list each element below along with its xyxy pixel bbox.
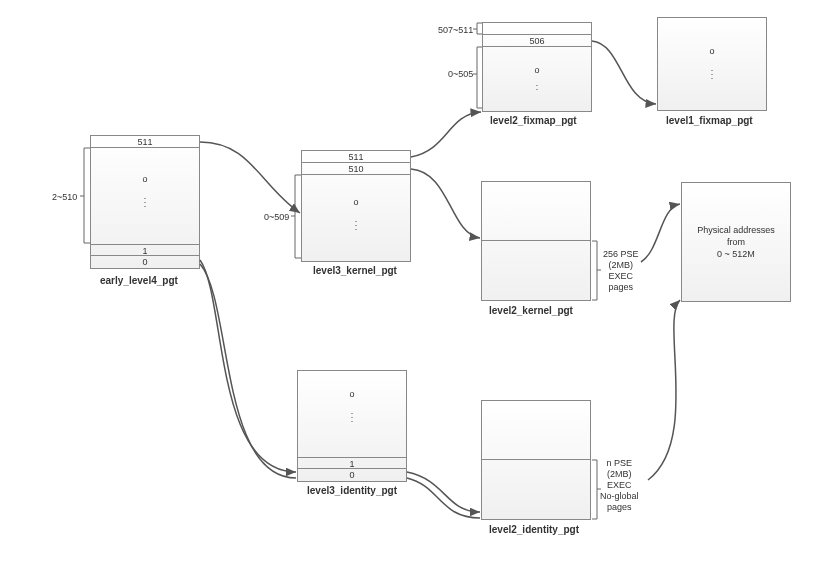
table-cell (482, 459, 590, 519)
table-body: o ... (658, 18, 766, 110)
dots-icon: .. (483, 81, 591, 89)
table-row: 511 (91, 136, 199, 148)
table-row: 1 (298, 457, 406, 469)
table-row: 0 (298, 469, 406, 481)
caption-level2-fixmap-pgt: level2_fixmap_pgt (490, 115, 577, 126)
caption-level3-identity-pgt: level3_identity_pgt (307, 485, 397, 496)
range-label: 2~510 (52, 192, 77, 202)
table-level1-fixmap-pgt: o ... (657, 17, 767, 111)
table-cell (482, 240, 590, 300)
table-row: 506 (483, 35, 591, 47)
caption-level3-kernel-pgt: level3_kernel_pgt (313, 265, 397, 276)
table-row: 1 (91, 244, 199, 256)
table-level2-kernel-pgt (481, 181, 591, 301)
table-row (483, 23, 591, 35)
dots-icon: ... (298, 409, 406, 421)
caption-level2-identity-pgt: level2_identity_pgt (489, 524, 579, 535)
table-row: 511 (302, 151, 410, 163)
box-physical-addresses: Physical addressesfrom0 ~ 512M (681, 182, 791, 302)
range-label-bottom: 0~505 (448, 69, 473, 79)
annotation-n-pse: n PSE(2MB)EXECNo-globalpages (600, 458, 639, 513)
table-body: o .. (483, 47, 591, 111)
dots-icon: ... (302, 217, 410, 229)
body-symbol: o (353, 197, 358, 207)
table-level2-fixmap-pgt: 506 o .. (482, 22, 592, 112)
table-level2-identity-pgt (481, 400, 591, 520)
caption-early-level4-pgt: early_level4_pgt (100, 275, 178, 286)
range-label: 0~509 (264, 212, 289, 222)
table-body: o ... (298, 371, 406, 457)
dots-icon: ... (91, 194, 199, 206)
body-symbol: o (534, 65, 539, 75)
table-body: o ... (91, 148, 199, 244)
range-label-top: 507~511 (438, 25, 473, 35)
table-early-level4-pgt: 511 o ... 1 0 (90, 135, 200, 269)
body-symbol: o (349, 389, 354, 399)
body-symbol: o (709, 46, 714, 56)
caption-level1-fixmap-pgt: level1_fixmap_pgt (666, 115, 753, 126)
table-level3-kernel-pgt: 511 510 o ... (301, 150, 411, 262)
dots-icon: ... (658, 66, 766, 78)
table-row: 510 (302, 163, 410, 175)
table-body: o ... (302, 175, 410, 261)
annotation-256-pse: 256 PSE(2MB)EXECpages (603, 249, 639, 293)
caption-level2-kernel-pgt: level2_kernel_pgt (489, 305, 573, 316)
body-symbol: o (142, 174, 147, 184)
table-level3-identity-pgt: o ... 1 0 (297, 370, 407, 482)
table-row: 0 (91, 256, 199, 268)
